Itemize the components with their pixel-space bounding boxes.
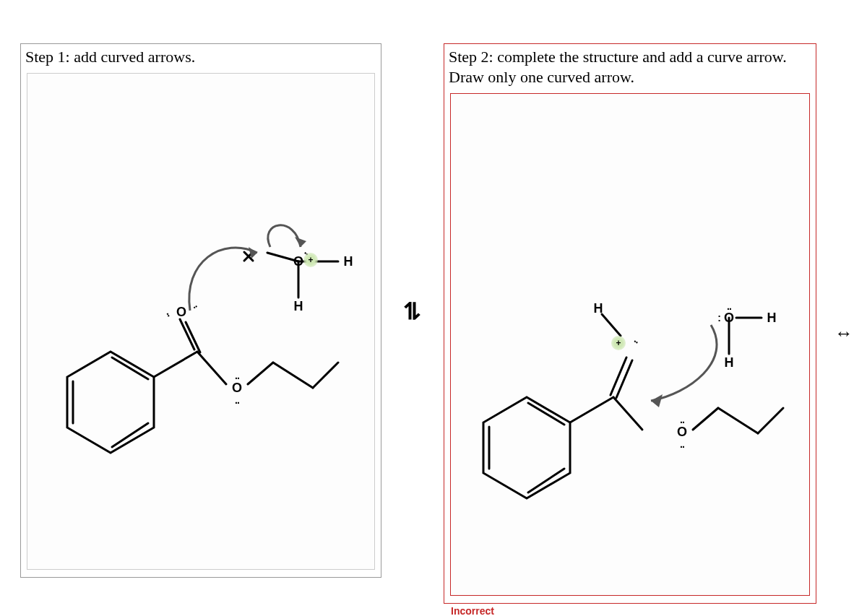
atom2-H-on-O: H (594, 301, 603, 316)
svg-line-20 (570, 397, 613, 422)
svg-line-24 (613, 397, 642, 430)
step2-title: Step 2: complete the structure and add a… (444, 44, 816, 88)
step2-panel: Step 2: complete the structure and add a… (444, 43, 816, 604)
svg-line-26 (718, 408, 758, 433)
step2-feedback: Incorrect (451, 605, 494, 616)
svg-line-22 (616, 360, 632, 398)
step1-title: Step 1: add curved arrows. (21, 44, 381, 69)
svg-line-7 (248, 363, 273, 384)
svg-line-27 (758, 408, 783, 433)
step1-panel: Step 1: add curved arrows. (20, 43, 381, 578)
svg-line-18 (528, 403, 564, 425)
svg-line-3 (154, 352, 197, 377)
atom-hydronium-H-right: H (344, 254, 353, 269)
svg-marker-30 (651, 394, 663, 407)
step1-canvas[interactable]: O .. .. O .. .. O .. H H + (27, 73, 375, 570)
equilibrium-arrow: ⇌ (399, 301, 426, 321)
svg-line-1 (112, 357, 148, 379)
atom2-water-H-right: H (767, 311, 777, 326)
svg-marker-16 (295, 237, 306, 247)
step1-molecule (27, 74, 376, 571)
svg-line-21 (611, 357, 626, 395)
hydronium-plus: + (303, 253, 318, 267)
step2-molecule (451, 94, 811, 597)
lp2-O2-bot: .. (680, 438, 684, 450)
atom2-water-O: O (724, 311, 734, 326)
svg-line-8 (273, 363, 313, 388)
atom2-water-H-bottom: H (725, 355, 734, 370)
lp-O2-bot: .. (235, 394, 239, 406)
oxocarbenium-plus: + (611, 336, 626, 350)
atom-O-carbonyl: O (176, 305, 186, 320)
step2-canvas[interactable]: H .. + O .. .. O .. : H H (450, 93, 810, 596)
svg-line-6 (197, 352, 226, 384)
svg-line-23 (602, 314, 621, 336)
atom2-O-peroxy: O (677, 425, 687, 440)
lp2-O2-top: .. (680, 414, 684, 425)
lp2-water-left: : (717, 312, 720, 324)
atom-hydronium-O: O (293, 254, 303, 269)
svg-line-9 (313, 363, 338, 388)
atom-O-peroxy1: O (232, 381, 242, 396)
resonance-arrow: ↔ (834, 323, 853, 344)
lp-O2-top: .. (235, 370, 239, 381)
lp2-water-top: .. (727, 300, 731, 312)
svg-line-25 (693, 408, 718, 430)
atom-hydronium-H-bottom: H (294, 299, 303, 314)
